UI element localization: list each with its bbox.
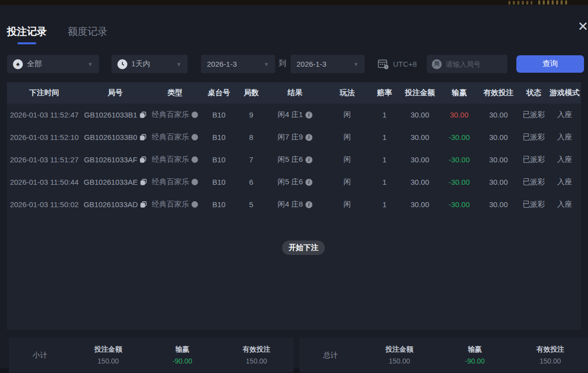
game-type-text: 经典百家乐 (152, 155, 189, 164)
result-text: 闲5 庄6 (278, 155, 303, 164)
column-header: 类型 (149, 88, 201, 98)
date-from-select[interactable]: 2026-1-3 ▼ (201, 55, 275, 73)
column-header: 状态 (519, 88, 548, 98)
date-range-select[interactable]: 1天内 ▼ (111, 55, 188, 73)
win-loss-cell: -30.00 (441, 200, 478, 209)
summary-item-label: 输赢 (145, 345, 219, 354)
summary-item-value: 150.00 (512, 357, 588, 365)
column-header: 玩法 (324, 88, 370, 98)
chevron-down-icon: ▼ (176, 61, 182, 67)
game-mode-cell: 入座 (548, 132, 581, 142)
copy-icon[interactable] (140, 201, 147, 208)
column-header: 桌台号 (201, 88, 237, 98)
total-label: 总计 (299, 351, 362, 360)
result-cell: 闲5 庄6i (266, 177, 324, 187)
info-icon[interactable]: i (305, 179, 312, 186)
table-row: 2026-01-03 11:52:10GB10261033B0经典百家乐B108… (7, 126, 581, 148)
valid-bet-cell: 30.00 (478, 133, 519, 141)
query-button[interactable]: 查询 (516, 55, 584, 73)
game-type-select[interactable]: ♠ 全部 ▼ (7, 55, 99, 73)
total-item: 输赢-90.00 (437, 345, 513, 365)
tabs-bar: 投注记录 额度记录 (7, 25, 107, 44)
info-icon[interactable]: i (305, 156, 312, 163)
round-search-input[interactable] (446, 60, 500, 68)
round-count-cell: 7 (237, 155, 266, 164)
copy-icon[interactable] (140, 112, 146, 118)
game-preview-icon[interactable] (192, 112, 198, 118)
chevron-down-icon: ▼ (88, 61, 93, 67)
summary-item-label: 有效投注 (512, 345, 588, 354)
table-header-row: 下注时间局号类型桌台号局数结果玩法赔率投注金额输赢有效投注状态游戏模式 (7, 82, 581, 104)
play-cell: 闲 (324, 177, 370, 187)
game-type-cell: 经典百家乐 (149, 177, 201, 187)
status-cell: 已派彩 (519, 155, 548, 164)
table-row: 2026-01-03 11:51:27GB10261033AF经典百家乐B107… (7, 148, 581, 171)
summary-item-value: 150.00 (71, 357, 145, 365)
valid-bet-cell: 30.00 (478, 200, 519, 209)
round-count-cell: 8 (237, 133, 266, 141)
result-text: 闲7 庄9 (278, 132, 303, 142)
column-header: 投注金额 (399, 88, 441, 98)
total-item: 有效投注150.00 (512, 345, 588, 365)
round-icon: 局 (432, 59, 442, 69)
column-header: 下注时间 (7, 88, 82, 98)
status-cell: 已派彩 (519, 200, 548, 209)
odds-cell: 1 (370, 155, 399, 164)
valid-bet-cell: 30.00 (478, 155, 519, 164)
chevron-down-icon: ▼ (264, 61, 269, 67)
calendar-clock-icon (377, 58, 389, 70)
round-count-cell: 5 (237, 200, 266, 209)
info-icon[interactable]: i (305, 134, 312, 141)
game-preview-icon[interactable] (192, 179, 198, 185)
round-id-cell: GB10261033AE (82, 178, 149, 186)
total-box: 总计投注金额150.00输赢-90.00有效投注150.00 (299, 338, 588, 373)
background-page-strip (0, 0, 588, 5)
game-preview-icon[interactable] (192, 134, 198, 140)
date-to-value: 2026-1-3 (296, 60, 326, 68)
tab-quota-records[interactable]: 额度记录 (68, 25, 107, 44)
summary-item-value: 150.00 (362, 357, 437, 365)
column-header: 结果 (266, 88, 324, 98)
bet-amount-cell: 30.00 (399, 111, 441, 119)
valid-bet-cell: 30.00 (478, 178, 519, 186)
copy-icon[interactable] (140, 156, 146, 163)
result-cell: 闲7 庄9i (266, 132, 324, 142)
subtotal-item: 输赢-90.00 (145, 345, 219, 365)
game-type-value: 全部 (27, 59, 42, 69)
game-type-cell: 经典百家乐 (149, 200, 201, 209)
bet-amount-cell: 30.00 (399, 178, 441, 186)
status-cell: 已派彩 (519, 132, 548, 142)
info-icon[interactable]: i (305, 112, 312, 119)
date-from-value: 2026-1-3 (207, 60, 237, 68)
date-range-value: 1天内 (131, 59, 150, 69)
subtotal-label: 小计 (9, 351, 71, 360)
chevron-down-icon: ▼ (353, 61, 359, 67)
column-header: 赔率 (370, 88, 399, 98)
copy-icon[interactable] (140, 179, 147, 185)
game-preview-icon[interactable] (192, 156, 198, 163)
bet-amount-cell: 30.00 (399, 133, 441, 141)
status-cell: 已派彩 (519, 177, 548, 187)
column-header: 局号 (82, 88, 149, 98)
result-cell: 闲4 庄8i (266, 200, 324, 209)
status-cell: 已派彩 (519, 110, 548, 120)
bet-time-cell: 2026-01-03 11:51:27 (7, 155, 82, 164)
column-header: 局数 (237, 88, 266, 98)
copy-icon[interactable] (140, 134, 146, 140)
table-number-cell: B10 (201, 178, 237, 186)
table-body: 2026-01-03 11:52:47GB10261033B1经典百家乐B109… (7, 104, 581, 216)
info-icon[interactable]: i (305, 201, 312, 208)
column-header: 有效投注 (478, 88, 519, 98)
subtotal-item: 投注金额150.00 (71, 345, 145, 365)
table-row: 2026-01-03 11:52:47GB10261033B1经典百家乐B109… (7, 104, 581, 126)
game-preview-icon[interactable] (192, 201, 198, 208)
summary-item-value: -90.00 (145, 357, 219, 365)
bet-time-cell: 2026-01-03 11:50:44 (7, 178, 82, 186)
tab-betting-records[interactable]: 投注记录 (7, 25, 47, 44)
result-cell: 闲5 庄6i (266, 155, 324, 164)
table-row: 2026-01-03 11:50:44GB10261033AE经典百家乐B106… (7, 171, 581, 193)
close-icon[interactable]: ✕ (576, 20, 588, 34)
spade-icon: ♠ (13, 59, 23, 69)
date-to-select[interactable]: 2026-1-3 ▼ (291, 55, 365, 73)
game-type-text: 经典百家乐 (152, 132, 189, 142)
